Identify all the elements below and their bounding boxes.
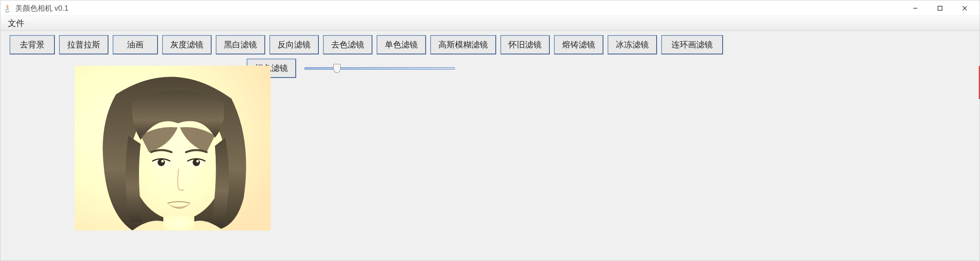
svg-point-11 [196,160,199,162]
titlebar: 美颜色相机 v0.1 [0,0,980,16]
filter-freeze[interactable]: 冰冻滤镜 [608,35,657,54]
slider-thumb[interactable] [333,64,341,73]
close-button[interactable] [952,0,977,16]
menubar: 文件 [0,16,980,31]
filter-remove-bg[interactable]: 去背景 [9,35,55,54]
filter-oil-paint[interactable]: 油画 [113,35,158,54]
filter-invert[interactable]: 反向滤镜 [269,35,319,54]
window-title: 美颜色相机 v0.1 [15,3,68,13]
filter-desaturate[interactable]: 去色滤镜 [323,35,372,54]
svg-rect-12 [163,216,194,230]
svg-point-10 [193,159,200,166]
java-icon [3,4,12,13]
intensity-slider[interactable] [304,63,455,73]
preview-image [75,66,271,230]
filter-molten[interactable]: 熔铸滤镜 [554,35,603,54]
filter-laplacian[interactable]: 拉普拉斯 [59,35,108,54]
filter-gaussian-blur[interactable]: 高斯模糊滤镜 [430,35,496,54]
toolbar-row-2: 褐色滤镜 [238,57,980,82]
svg-rect-1 [938,6,942,10]
svg-point-7 [158,159,165,166]
filter-toolbar: 去背景 拉普拉斯 油画 灰度滤镜 黑白滤镜 反向滤镜 去色滤镜 单色滤镜 高斯模… [0,31,980,57]
slider-track [304,67,455,70]
filter-grayscale[interactable]: 灰度滤镜 [162,35,212,54]
filter-monochrome[interactable]: 单色滤镜 [377,35,426,54]
maximize-button[interactable] [928,0,952,16]
filter-black-white[interactable]: 黑白滤镜 [216,35,265,54]
filter-nostalgic[interactable]: 怀旧滤镜 [500,35,550,54]
menu-file[interactable]: 文件 [5,16,28,31]
app-window: 美颜色相机 v0.1 文件 去背景 拉普拉斯 油画 灰度滤镜 黑白滤镜 反向滤镜… [0,0,980,261]
content-area [0,82,980,261]
svg-point-8 [161,160,164,162]
filter-comic[interactable]: 连环画滤镜 [661,35,723,54]
minimize-button[interactable] [903,0,928,16]
